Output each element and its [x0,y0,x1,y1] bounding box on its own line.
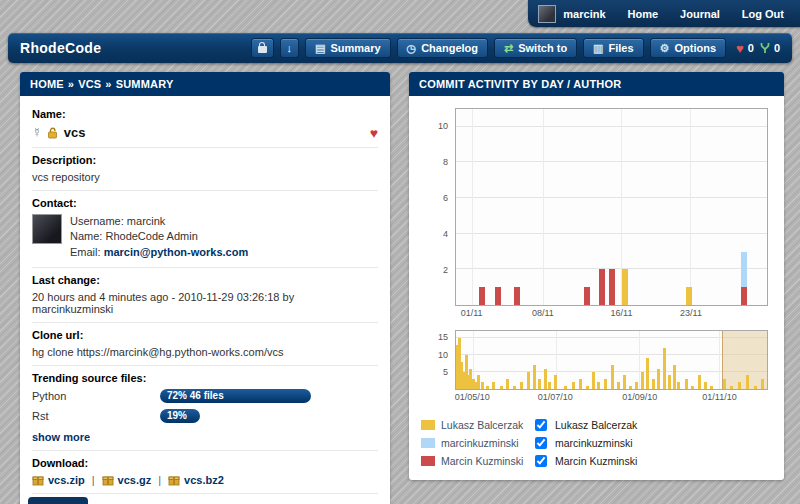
y-tick-label: 10 [438,121,448,131]
download-link-vcs-zip[interactable]: vcs.zip [48,474,85,486]
overview-bar [527,372,530,389]
commit-bar [495,287,501,305]
overview-bar [746,375,749,389]
breadcrumb-item-home[interactable]: HOME [30,78,64,90]
overview-bar [710,386,713,389]
content: HOME»VCS»SUMMARY Name: ☿ vcs ♥ Descripti… [20,72,784,504]
overview-bar [533,365,536,389]
x-tick-label: 23/11 [680,308,702,318]
user-link-journal[interactable]: Journal [680,8,720,20]
overview-bar [554,375,557,389]
gridline-h [456,161,767,162]
show-more-link[interactable]: show more [32,431,90,443]
downloads-row: vcs.zip|vcs.gz|vcs.bz2 [32,474,378,486]
x-tick-label: 01/11 [461,308,483,318]
download-link-vcs-bz2[interactable]: vcs.bz2 [184,474,224,486]
breadcrumb-item-summary[interactable]: SUMMARY [116,78,174,90]
lock-icon [258,46,267,53]
download-separator: | [158,474,161,486]
legend-swatch [421,420,435,430]
overview-bar [685,379,688,389]
summary-panel: HOME»VCS»SUMMARY Name: ☿ vcs ♥ Descripti… [20,72,390,504]
options-button[interactable]: ⚙Options [650,38,726,58]
legend-author-label: Marcin Kuzminski [555,455,637,467]
user-avatar[interactable] [538,5,556,23]
repo-type-icon: ☿ [32,126,42,139]
legend-checkbox-lukasz-balcerzak[interactable] [535,419,547,431]
breadcrumb-separator: » [105,78,111,90]
switch-to-button[interactable]: ⇄Switch to [494,38,577,58]
repo-name: vcs [64,125,86,140]
overview-bar [572,382,575,389]
follow-heart-icon[interactable]: ♥ [370,126,378,140]
contact-name: Name: RhodeCode Admin [70,229,248,244]
followers-count[interactable]: ♥ 0 [736,42,754,55]
user-link-log-out[interactable]: Log Out [742,8,784,20]
commit-bar [741,252,747,288]
overview-bar [481,382,484,389]
package-icon [32,474,44,486]
last-change-section: Last change: 20 hours and 4 minutes ago … [32,268,378,323]
user-bar: marcink HomeJournalLog Out [528,0,800,27]
overview-bar [548,382,551,389]
summary-button[interactable]: ▤Summary [305,38,391,58]
y-tick-label: 4 [443,229,448,239]
commit-bar [599,269,605,305]
y-tick-label: 10 [438,350,448,360]
mini-lock-button[interactable] [251,38,274,58]
heart-icon: ♥ [736,42,744,55]
overview-selection[interactable] [722,331,767,389]
y-tick-label: 15 [438,332,448,342]
legend-checkbox-marcin-kuzminski[interactable] [535,455,547,467]
brand-logo[interactable]: RhodeCode [20,40,101,56]
last-change-label: Last change: [32,274,378,286]
trending-bar: 19% [160,409,200,423]
overview-chart-plot[interactable] [455,330,768,390]
user-link-home[interactable]: Home [628,8,659,20]
overview-bar [698,375,701,389]
breadcrumb-separator: » [68,78,74,90]
overview-bar [754,386,757,389]
files-button[interactable]: ▥Files [583,38,643,58]
overview-bar [520,382,523,389]
trending-language-label: Python [32,390,160,402]
overview-bar [564,386,567,389]
summary-body: Name: ☿ vcs ♥ Description: vcs repositor… [20,96,390,504]
commit-chart-plot[interactable] [455,108,768,306]
x-tick-label: 01/05/10 [455,392,490,402]
forks-count[interactable]: 0 [760,42,780,54]
fork-icon [760,42,770,54]
nav-button-label: Options [674,42,716,54]
contact-email-link[interactable]: marcin@python-works.com [104,246,249,258]
download-arrow-icon: ↓ [287,43,293,54]
overview-bar [673,365,676,389]
username-label[interactable]: marcink [563,8,605,20]
overview-bar [538,379,541,389]
overview-bar [738,382,741,389]
legend-swatch [421,456,435,466]
main-nav: RhodeCode ↓▤Summary◷Changelog⇄Switch to▥… [8,33,792,63]
last-change-value: 20 hours and 4 minutes ago - 2010-11-29 … [32,291,378,315]
breadcrumb-item-vcs[interactable]: VCS [78,78,101,90]
overview-bar [629,386,632,389]
commit-bar [514,287,520,305]
legend-row: Marcin KuzminskiMarcin Kuzminski [421,452,772,470]
commit-bar [622,269,628,305]
mini-download-arrow-button[interactable]: ↓ [280,38,300,58]
overview-bar [635,382,638,389]
download-link-vcs-gz[interactable]: vcs.gz [118,474,152,486]
legend-series-label: marcinkuzminski [441,437,529,449]
overview-chart-xlabels: 01/05/1001/07/1001/09/1001/11/10 [455,390,768,404]
trending-label: Trending source files: [32,372,378,384]
breadcrumb: HOME»VCS»SUMMARY [20,72,390,96]
y-tick-label: 2 [443,265,448,275]
forks-count-value: 0 [774,42,780,54]
gridline-h [456,337,767,338]
trending-list: Python72% 46 filesRst19% [32,389,378,423]
overview-chart: 51015 01/05/1001/07/1001/09/1001/11/10 [455,330,768,404]
name-section: Name: ☿ vcs ♥ [32,102,378,148]
legend-checkbox-marcinkuzminski[interactable] [535,437,547,449]
overview-bar [668,375,671,389]
changelog-button[interactable]: ◷Changelog [397,38,488,58]
unlock-icon [47,127,59,139]
